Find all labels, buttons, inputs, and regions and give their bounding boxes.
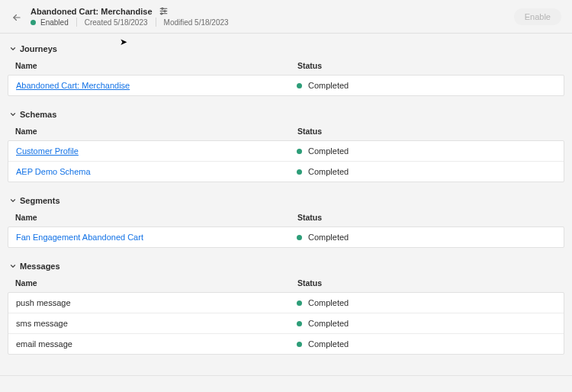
section-header-segments[interactable]: Segments	[8, 196, 564, 205]
section-header-schemas[interactable]: Schemas	[8, 110, 564, 119]
row-status: Completed	[297, 167, 556, 176]
chevron-down-icon	[9, 111, 17, 118]
table-header: Name Status	[8, 119, 564, 140]
row-status: Completed	[297, 81, 556, 90]
messages-rows: push message Completed sms message Compl…	[8, 292, 564, 355]
row-name: push message	[16, 298, 297, 307]
chevron-down-icon	[9, 45, 17, 53]
col-status-header: Status	[297, 213, 557, 222]
row-status: Completed	[297, 233, 556, 242]
page-root: { "header": { "title": "Abandoned Cart: …	[0, 0, 572, 392]
chevron-down-icon	[9, 262, 17, 270]
row-status: Completed	[297, 298, 556, 307]
section-header-messages[interactable]: Messages	[8, 262, 564, 271]
svg-point-5	[164, 10, 165, 11]
table-row[interactable]: email message Completed	[8, 333, 564, 354]
col-status-header: Status	[297, 278, 557, 288]
col-status-header: Status	[297, 61, 557, 70]
svg-point-6	[160, 13, 162, 14]
row-status: Completed	[297, 146, 556, 156]
col-name-header: Name	[15, 127, 297, 136]
col-name-header: Name	[15, 278, 297, 288]
section-segments: Segments Name Status Fan Engagement Aban…	[8, 196, 564, 248]
row-name[interactable]: Abandoned Cart: Merchandise	[16, 81, 297, 90]
section-title: Messages	[20, 262, 60, 271]
table-row[interactable]: Abandoned Cart: Merchandise Completed	[8, 76, 564, 95]
section-journeys: Journeys Name Status Abandoned Cart: Mer…	[8, 44, 564, 96]
section-header-journeys[interactable]: Journeys	[8, 44, 564, 53]
row-status-label: Completed	[308, 298, 349, 307]
svg-point-4	[161, 8, 162, 9]
status-dot-icon	[297, 83, 302, 88]
row-name[interactable]: Customer Profile	[16, 146, 297, 156]
journeys-rows: Abandoned Cart: Merchandise Completed	[8, 75, 564, 96]
content-area: Journeys Name Status Abandoned Cart: Mer…	[0, 34, 572, 355]
section-messages: Messages Name Status push message Comple…	[8, 262, 564, 355]
table-row[interactable]: Fan Engagement Abandoned Cart Completed	[8, 227, 564, 247]
meta-row: Enabled Created 5/18/2023 Modified 5/18/…	[31, 18, 514, 27]
divider	[76, 18, 77, 27]
table-header: Name Status	[8, 205, 564, 227]
status-dot-icon	[297, 149, 302, 154]
status-dot-icon	[297, 169, 302, 175]
row-status-label: Completed	[308, 167, 349, 176]
table-row[interactable]: push message Completed	[8, 293, 564, 313]
enable-button[interactable]: Enable	[514, 8, 561, 25]
table-row[interactable]: Customer Profile Completed	[8, 141, 564, 161]
footer-bar	[0, 375, 572, 392]
created-label: Created 5/18/2023	[85, 18, 148, 27]
schemas-rows: Customer Profile Completed AEP Demo Sche…	[8, 140, 564, 182]
section-title: Schemas	[20, 110, 56, 119]
section-title: Segments	[20, 196, 60, 205]
row-name[interactable]: AEP Demo Schema	[16, 167, 297, 176]
status-dot-icon	[297, 235, 302, 240]
row-status: Completed	[297, 339, 556, 349]
col-name-header: Name	[15, 213, 297, 222]
row-status: Completed	[297, 319, 556, 328]
row-status-label: Completed	[308, 339, 349, 349]
row-name: sms message	[16, 319, 297, 328]
row-status-label: Completed	[308, 146, 349, 156]
status-dot-icon	[297, 300, 302, 306]
page-header: Abandoned Cart: Merchandise Enabled Crea…	[0, 0, 572, 34]
status-dot-icon	[31, 20, 36, 25]
row-name: email message	[16, 339, 297, 349]
table-header: Name Status	[8, 271, 564, 292]
row-status-label: Completed	[308, 81, 349, 90]
chevron-down-icon	[9, 197, 17, 204]
divider	[156, 18, 156, 27]
back-icon[interactable]	[9, 10, 24, 25]
header-main: Abandoned Cart: Merchandise Enabled Crea…	[31, 6, 514, 27]
settings-icon[interactable]	[159, 6, 169, 16]
status-dot-icon	[297, 321, 302, 326]
status-dot-icon	[297, 342, 302, 347]
title-row: Abandoned Cart: Merchandise	[31, 6, 514, 16]
row-status-label: Completed	[308, 319, 349, 328]
segments-rows: Fan Engagement Abandoned Cart Completed	[8, 227, 564, 248]
col-status-header: Status	[297, 127, 557, 136]
section-title: Journeys	[20, 44, 57, 53]
row-name[interactable]: Fan Engagement Abandoned Cart	[16, 233, 297, 242]
status-badge: Enabled	[31, 18, 69, 27]
col-name-header: Name	[15, 61, 297, 70]
section-schemas: Schemas Name Status Customer Profile Com…	[8, 110, 564, 182]
status-label: Enabled	[40, 18, 69, 27]
page-title: Abandoned Cart: Merchandise	[31, 7, 153, 16]
table-row[interactable]: sms message Completed	[8, 313, 564, 333]
table-row[interactable]: AEP Demo Schema Completed	[8, 161, 564, 182]
row-status-label: Completed	[308, 233, 349, 242]
table-header: Name Status	[8, 53, 564, 75]
modified-label: Modified 5/18/2023	[164, 18, 229, 27]
